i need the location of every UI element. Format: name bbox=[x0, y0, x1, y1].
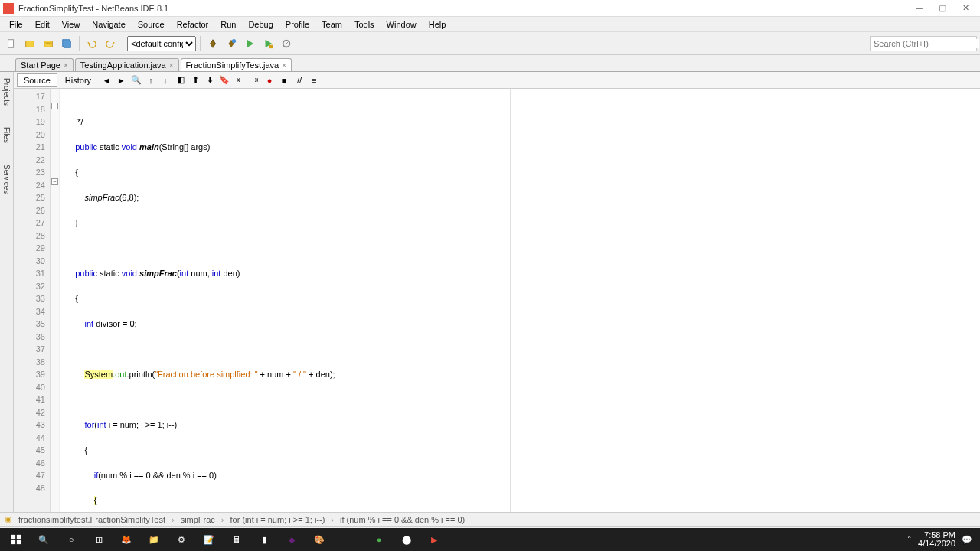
cmd-icon[interactable]: ▮ bbox=[251, 529, 277, 550]
line-number: 18 bbox=[14, 103, 45, 116]
line-number: 47 bbox=[14, 469, 45, 482]
menu-debug[interactable]: Debug bbox=[242, 18, 279, 31]
file-tab[interactable]: TestingApplication.java× bbox=[75, 58, 179, 71]
line-number: 21 bbox=[14, 141, 45, 154]
shift-left-icon[interactable]: ⇤ bbox=[233, 73, 247, 87]
fold-toggle-icon[interactable]: − bbox=[51, 103, 58, 109]
new-file-button[interactable] bbox=[3, 35, 20, 52]
next-bookmark-icon[interactable]: ⬇ bbox=[203, 73, 217, 87]
menu-team[interactable]: Team bbox=[315, 18, 348, 31]
breadcrumb-item[interactable]: for (int i = num; i >= 1; i--) bbox=[227, 515, 328, 524]
close-tab-icon[interactable]: × bbox=[169, 61, 174, 70]
build-button[interactable] bbox=[204, 35, 221, 52]
app-icon-1[interactable]: ● bbox=[366, 529, 392, 550]
search-input[interactable] bbox=[874, 39, 979, 48]
file-tab[interactable]: FractionSimplifyTest.java× bbox=[181, 58, 292, 71]
calc-icon[interactable]: 🖩 bbox=[224, 529, 250, 550]
notepad-icon[interactable]: 📝 bbox=[196, 529, 222, 550]
macro-stop-icon[interactable]: ■ bbox=[277, 73, 291, 87]
window-title: FractionSimplifyTest - NetBeans IDE 8.1 bbox=[18, 4, 908, 13]
comment-icon[interactable]: // bbox=[292, 73, 306, 87]
notifications-icon[interactable]: 💬 bbox=[962, 535, 972, 545]
redo-button[interactable] bbox=[102, 35, 119, 52]
app-icon-3[interactable]: ▶ bbox=[421, 529, 447, 550]
find-prev-icon[interactable]: ↑ bbox=[144, 73, 158, 87]
file-tabs: Start Page×TestingApplication.java×Fract… bbox=[0, 55, 980, 72]
side-tab-services[interactable]: Services bbox=[2, 161, 11, 197]
code-content[interactable]: */ public static void main(String[] args… bbox=[60, 89, 980, 512]
settings-icon[interactable]: ⚙ bbox=[168, 529, 194, 550]
save-all-button[interactable] bbox=[58, 35, 75, 52]
titlebar: FractionSimplifyTest - NetBeans IDE 8.1 … bbox=[0, 0, 980, 17]
run-button[interactable] bbox=[241, 35, 258, 52]
svg-rect-0 bbox=[8, 39, 14, 47]
close-tab-icon[interactable]: × bbox=[64, 61, 68, 70]
config-dropdown[interactable]: <default config> bbox=[127, 36, 196, 51]
tray-chevron-icon[interactable]: ˄ bbox=[907, 535, 912, 545]
source-tab[interactable]: Source bbox=[17, 73, 57, 87]
toggle-highlight-icon[interactable]: ◧ bbox=[174, 73, 188, 87]
explorer-icon[interactable]: 📁 bbox=[141, 529, 167, 550]
svg-rect-11 bbox=[11, 540, 15, 544]
find-next-icon[interactable]: ↓ bbox=[158, 73, 172, 87]
nav-fwd-icon[interactable]: ► bbox=[114, 73, 128, 87]
menu-help[interactable]: Help bbox=[423, 18, 452, 31]
close-button[interactable]: ✕ bbox=[954, 2, 977, 15]
class-icon: ◉ bbox=[5, 514, 12, 524]
maximize-button[interactable]: ▢ bbox=[931, 2, 954, 15]
close-tab-icon[interactable]: × bbox=[282, 61, 286, 70]
prev-bookmark-icon[interactable]: ⬆ bbox=[188, 73, 202, 87]
system-tray[interactable]: ˄ 7:58 PM 4/14/2020 💬 bbox=[907, 531, 977, 548]
nav-back-icon[interactable]: ◄ bbox=[100, 73, 113, 87]
vs-icon[interactable]: ◆ bbox=[279, 529, 305, 550]
search-button[interactable]: 🔍 bbox=[31, 529, 57, 550]
firefox-icon[interactable]: 🦊 bbox=[113, 529, 139, 550]
app-icon bbox=[3, 3, 14, 14]
menu-navigate[interactable]: Navigate bbox=[86, 18, 131, 31]
macro-rec-icon[interactable]: ● bbox=[263, 73, 276, 87]
uncomment-icon[interactable]: ≡ bbox=[307, 73, 321, 87]
app-icon-2[interactable]: ⬤ bbox=[394, 529, 420, 550]
debug-button[interactable] bbox=[260, 35, 276, 52]
menu-refactor[interactable]: Refactor bbox=[171, 18, 215, 31]
start-button[interactable] bbox=[3, 529, 29, 550]
clean-build-button[interactable] bbox=[223, 35, 240, 52]
line-number: 32 bbox=[14, 280, 45, 293]
code-editor[interactable]: 1718192021222324252627282930313233343536… bbox=[14, 89, 980, 512]
menu-profile[interactable]: Profile bbox=[279, 18, 315, 31]
menu-run[interactable]: Run bbox=[214, 18, 242, 31]
side-tab-projects[interactable]: Projects bbox=[2, 75, 11, 109]
menu-source[interactable]: Source bbox=[132, 18, 171, 31]
krita-icon[interactable]: 🎨 bbox=[306, 529, 332, 550]
svg-point-5 bbox=[232, 38, 236, 42]
search-box[interactable] bbox=[870, 36, 977, 51]
undo-button[interactable] bbox=[83, 35, 100, 52]
side-tab-files[interactable]: Files bbox=[2, 124, 11, 146]
profile-button[interactable] bbox=[278, 35, 295, 52]
shift-right-icon[interactable]: ⇥ bbox=[247, 73, 261, 87]
minimize-button[interactable]: ─ bbox=[908, 2, 931, 15]
line-number: 34 bbox=[14, 305, 45, 318]
menu-tools[interactable]: Tools bbox=[348, 18, 381, 31]
open-project-button[interactable] bbox=[40, 35, 57, 52]
new-project-button[interactable] bbox=[21, 35, 38, 52]
toggle-bookmark-icon[interactable]: 🔖 bbox=[217, 73, 231, 87]
menu-edit[interactable]: Edit bbox=[29, 18, 56, 31]
breadcrumb-item[interactable]: if (num % i == 0 && den % i == 0) bbox=[337, 515, 468, 524]
breadcrumb-item[interactable]: fractionsimplifytest.FractionSimplifyTes… bbox=[15, 515, 168, 524]
fold-toggle-icon[interactable]: − bbox=[51, 178, 58, 185]
find-selection-icon[interactable]: 🔍 bbox=[129, 73, 143, 87]
line-number: 29 bbox=[14, 242, 45, 255]
file-tab[interactable]: Start Page× bbox=[15, 58, 74, 71]
cortana-button[interactable]: ○ bbox=[58, 529, 84, 550]
menu-view[interactable]: View bbox=[56, 18, 87, 31]
svg-rect-10 bbox=[17, 535, 21, 539]
menu-file[interactable]: File bbox=[3, 18, 29, 31]
line-number: 46 bbox=[14, 457, 45, 470]
menu-window[interactable]: Window bbox=[381, 18, 423, 31]
column-ruler bbox=[510, 89, 511, 512]
taskview-button[interactable]: ⊞ bbox=[86, 529, 112, 550]
clock-date: 4/14/2020 bbox=[918, 540, 956, 548]
history-tab[interactable]: History bbox=[58, 73, 98, 87]
breadcrumb-item[interactable]: simpFrac bbox=[178, 515, 218, 524]
